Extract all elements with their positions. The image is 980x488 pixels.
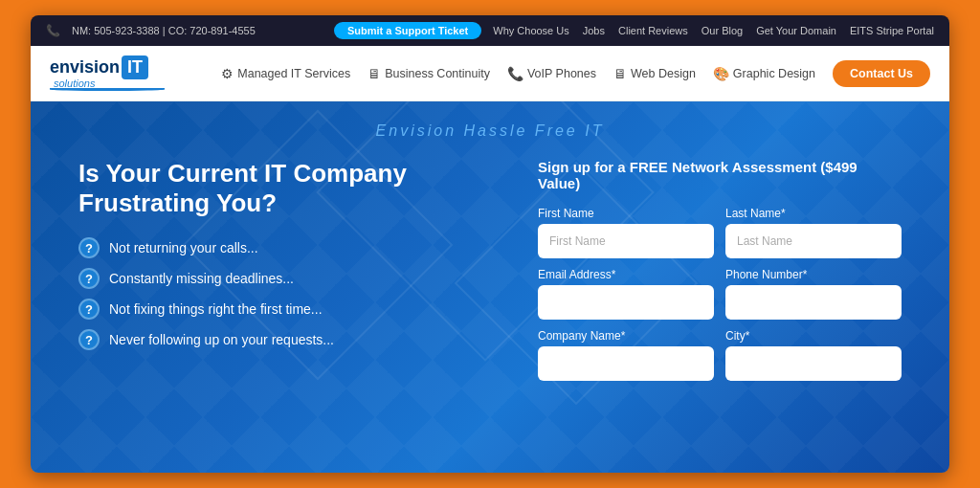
company-input[interactable] [538, 346, 714, 381]
nav-links: ⚙ Managed IT Services 🖥 Business Continu… [221, 60, 930, 87]
hero-headline: Is Your Current IT Company Frustrating Y… [78, 159, 500, 218]
phone-input[interactable] [725, 285, 902, 320]
hero-content: Is Your Current IT Company Frustrating Y… [31, 140, 949, 473]
nav-graphic-design[interactable]: 🎨 Graphic Design [713, 66, 815, 81]
form-row-name: First Name Last Name* [538, 207, 902, 258]
top-bar: 📞 NM: 505-923-3388 | CO: 720-891-4555 Su… [31, 15, 949, 46]
phone-label: Phone Number* [725, 268, 902, 281]
hero-point-4: ? Never following up on your requests... [78, 329, 500, 350]
managed-it-icon: ⚙ [221, 66, 234, 81]
lastname-label: Last Name* [725, 207, 902, 220]
hero-point-3: ? Not fixing things right the first time… [78, 299, 500, 320]
jobs-link[interactable]: Jobs [583, 25, 605, 36]
top-bar-links: Why Choose Us Jobs Client Reviews Our Bl… [493, 25, 934, 36]
city-input[interactable] [725, 346, 902, 381]
nav-web-design[interactable]: 🖥 Web Design [613, 66, 696, 81]
hero-tagline: Envision Hassle Free IT [31, 101, 949, 140]
hero-left: Is Your Current IT Company Frustrating Y… [78, 159, 500, 454]
form-group-firstname: First Name [538, 207, 714, 258]
company-label: Company Name* [538, 329, 714, 343]
hero-form: Sign up for a FREE Network Assessment ($… [538, 159, 902, 454]
logo[interactable]: envision IT solutions [50, 55, 203, 91]
form-group-email: Email Address* [538, 268, 714, 320]
hero-points: ? Not returning your calls... ? Constant… [78, 237, 500, 350]
logo-envision: envision [50, 57, 120, 78]
lastname-input[interactable] [725, 224, 902, 258]
point-text-4: Never following up on your requests... [109, 332, 334, 347]
point-text-2: Constantly missing deadlines... [109, 271, 294, 286]
firstname-label: First Name [538, 207, 714, 220]
phone-icon: 📞 [46, 24, 60, 37]
point-text-3: Not fixing things right the first time..… [109, 301, 323, 317]
point-icon-2: ? [78, 268, 100, 289]
form-group-city: City* [725, 329, 902, 381]
point-icon-3: ? [78, 299, 100, 320]
logo-underline [50, 88, 165, 91]
form-row-company: Company Name* City* [538, 329, 902, 381]
get-domain-link[interactable]: Get Your Domain [756, 25, 836, 36]
web-design-icon: 🖥 [613, 66, 627, 81]
point-icon-1: ? [78, 237, 100, 258]
logo-it: IT [122, 55, 148, 79]
email-input[interactable] [538, 285, 714, 320]
our-blog-link[interactable]: Our Blog [702, 25, 743, 36]
form-title: Sign up for a FREE Network Assessment ($… [538, 159, 902, 191]
point-icon-4: ? [78, 329, 100, 350]
submit-ticket-button[interactable]: Submit a Support Ticket [334, 22, 481, 39]
nav-bar: envision IT solutions ⚙ Managed IT Servi… [31, 46, 949, 101]
contact-us-button[interactable]: Contact Us [833, 60, 930, 87]
graphic-design-icon: 🎨 [713, 66, 729, 81]
nav-managed-it[interactable]: ⚙ Managed IT Services [221, 66, 350, 81]
hero-point-2: ? Constantly missing deadlines... [78, 268, 500, 289]
hero-section: Envision Hassle Free IT Is Your Current … [31, 101, 949, 473]
business-continuity-icon: 🖥 [368, 66, 381, 81]
form-group-lastname: Last Name* [725, 207, 902, 258]
nav-voip[interactable]: 📞 VoIP Phones [507, 66, 596, 81]
stripe-portal-link[interactable]: EITS Stripe Portal [850, 25, 934, 36]
point-text-1: Not returning your calls... [109, 240, 258, 255]
firstname-input[interactable] [538, 224, 714, 258]
city-label: City* [725, 329, 902, 343]
why-choose-us-link[interactable]: Why Choose Us [493, 25, 568, 36]
form-group-company: Company Name* [538, 329, 714, 381]
form-row-contact: Email Address* Phone Number* [538, 268, 902, 320]
voip-icon: 📞 [507, 66, 523, 81]
form-group-phone: Phone Number* [725, 268, 902, 320]
phone-number: NM: 505-923-3388 | CO: 720-891-4555 [72, 25, 256, 36]
email-label: Email Address* [538, 268, 714, 281]
nav-business-continuity[interactable]: 🖥 Business Continuity [368, 66, 490, 81]
hero-point-1: ? Not returning your calls... [78, 237, 500, 258]
client-reviews-link[interactable]: Client Reviews [618, 25, 688, 36]
